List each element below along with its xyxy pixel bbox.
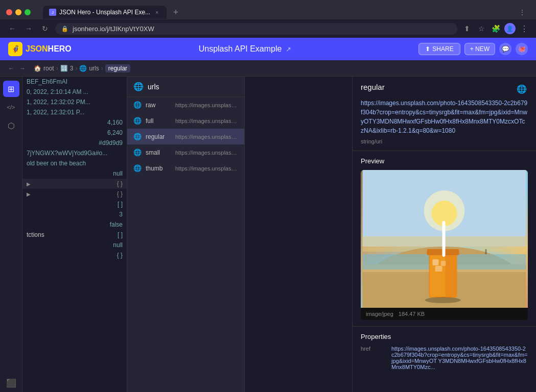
tree-row[interactable]: ▶ { }: [22, 179, 127, 189]
item-value-thumb: https://images.unsplash.com/...: [175, 165, 238, 172]
bookmark-icon[interactable]: ☆: [476, 23, 487, 34]
tree-value: 1, 2022, 12:32:01 P...: [27, 109, 84, 116]
traffic-lights: [6, 9, 31, 15]
item-value-small: https://images.unsplash.com/p...: [175, 150, 238, 156]
active-tab[interactable]: J JSON Hero - Unsplash API Exe... ×: [43, 6, 167, 19]
share-browser-icon[interactable]: ⬆: [461, 23, 473, 34]
key-value-section: regular 🌐 https://images.unsplash.com/ph…: [353, 77, 536, 151]
sidebar-network-button[interactable]: ⬡: [3, 117, 19, 134]
tree-row[interactable]: 1, 2022, 12:32:01 P...: [22, 107, 127, 117]
breadcrumb-urls[interactable]: 🌐 urls: [79, 65, 99, 72]
dropdown-item-raw[interactable]: 🌐 raw https://images.unsplash.com/ph...: [127, 97, 244, 113]
svg-rect-9: [430, 253, 446, 297]
tree-row[interactable]: ▶ { }: [22, 189, 127, 199]
profile-icon[interactable]: 👤: [504, 23, 516, 34]
svg-rect-12: [433, 259, 439, 265]
globe-item-icon: 🌐: [133, 133, 142, 140]
tree-value: 0, 2022, 2:10:14 AM ...: [27, 88, 88, 95]
properties-title: Properties: [361, 333, 528, 340]
globe-item-icon: 🌐: [133, 101, 142, 109]
item-key-full: full: [146, 117, 171, 125]
breadcrumb-sep-3: ›: [101, 65, 103, 72]
item-value-regular: https://images.unsplash.com...: [175, 134, 238, 140]
breadcrumb-forward-button[interactable]: →: [17, 63, 28, 74]
urls-label: urls: [89, 65, 99, 72]
dropdown-panel: 🌐 urls 🌐 raw https://images.unsplash.com…: [127, 77, 245, 392]
tree-row[interactable]: old beer on the beach: [22, 158, 127, 168]
grid-icon: ⊞: [8, 84, 14, 94]
breadcrumb-nav: ← →: [6, 63, 28, 74]
breadcrumb-regular[interactable]: regular: [105, 64, 130, 72]
address-bar[interactable]: 🔒 jsonhero.io/j/tJIKnpVtY0XW: [55, 23, 457, 35]
image-size: 184.47 KB: [399, 311, 425, 317]
item-key-raw: raw: [146, 102, 171, 109]
content-area: BEF_Eh6FmAI 0, 2022, 2:10:14 AM ... 1, 2…: [22, 77, 536, 392]
forward-button[interactable]: →: [22, 22, 35, 35]
tab-favicon: J: [49, 9, 56, 16]
network-icon: ⬡: [8, 121, 15, 131]
tree-row[interactable]: #d9d9d9: [22, 138, 127, 148]
new-label: + NEW: [470, 45, 490, 53]
discord-icon[interactable]: 💬: [499, 43, 511, 55]
sidebar-code-button[interactable]: </>: [3, 99, 19, 115]
back-button[interactable]: ←: [6, 22, 18, 35]
dropdown-item-thumb[interactable]: 🌐 thumb https://images.unsplash.com/...: [127, 160, 244, 176]
preview-image-container: image/jpeg 184.47 KB: [361, 170, 528, 320]
header-title: Unsplash API Example ↗: [72, 44, 419, 54]
code-icon: </>: [7, 104, 15, 110]
dropdown-item-small[interactable]: 🌐 small https://images.unsplash.com/p...: [127, 144, 244, 160]
tab-label: JSON Hero - Unsplash API Exe...: [59, 9, 150, 16]
tree-row[interactable]: { }: [22, 250, 127, 260]
tree-row[interactable]: 6,240: [22, 128, 127, 138]
breadcrumb-count[interactable]: 🔢 3: [60, 65, 74, 72]
tree-arrow-icon: ▶: [27, 181, 31, 187]
dropdown-item-regular[interactable]: 🌐 regular https://images.unsplash.com...: [127, 129, 244, 144]
svg-rect-11: [442, 221, 446, 257]
tree-arrow-icon: ▶: [27, 191, 31, 197]
dropdown-item-full[interactable]: 🌐 full https://images.unsplash.com/ph...: [127, 113, 244, 129]
globe-link-icon[interactable]: 🌐: [516, 83, 528, 95]
right-key: regular: [361, 83, 385, 91]
more-options-icon[interactable]: ⋮: [519, 23, 530, 34]
tree-row[interactable]: tctions [ ]: [22, 230, 127, 240]
new-button[interactable]: + NEW: [464, 43, 495, 55]
preview-section: Preview: [353, 151, 536, 326]
properties-section: Properties href https://images.unsplash.…: [353, 327, 536, 379]
tree-row[interactable]: 1, 2022, 12:32:02 PM...: [22, 97, 127, 107]
reload-button[interactable]: ↻: [39, 22, 51, 35]
tree-row[interactable]: 7jYNGWX?wWVjYod9Ga#o...: [22, 148, 127, 158]
tab-bar: J JSON Hero - Unsplash API Exe... × +: [43, 5, 510, 19]
maximize-window-button[interactable]: [25, 9, 31, 15]
extensions-icon[interactable]: 🧩: [490, 23, 501, 34]
tree-row[interactable]: BEF_Eh6FmAI: [22, 77, 127, 87]
minimize-window-button[interactable]: [15, 9, 21, 15]
browser-menu-icon[interactable]: ⋮: [519, 8, 526, 16]
title-bar: J JSON Hero - Unsplash API Exe... × + ⋮: [0, 0, 536, 19]
external-link-icon[interactable]: ↗: [286, 45, 291, 53]
tree-row[interactable]: null: [22, 168, 127, 179]
github-icon[interactable]: 🐙: [516, 43, 528, 55]
regular-label: regular: [108, 65, 127, 72]
globe-breadcrumb-icon: 🌐: [79, 65, 87, 72]
sidebar-terminal-button[interactable]: ⬛: [3, 375, 19, 391]
tree-row[interactable]: 0, 2022, 2:10:14 AM ...: [22, 87, 127, 97]
breadcrumb-bar: ← → 🏠 root › 🔢 3 › 🌐 urls › regular: [0, 60, 536, 77]
tree-row[interactable]: 3: [22, 209, 127, 219]
tab-close-button[interactable]: ×: [153, 9, 160, 16]
tree-row[interactable]: [ ]: [22, 199, 127, 209]
breadcrumb-root[interactable]: 🏠 root: [34, 65, 54, 72]
sidebar-grid-button[interactable]: ⊞: [3, 81, 19, 97]
svg-point-15: [425, 297, 461, 303]
count-icon: 🔢: [60, 65, 68, 72]
tree-row[interactable]: 4,160: [22, 117, 127, 128]
close-window-button[interactable]: [6, 9, 12, 15]
breadcrumb-back-button[interactable]: ←: [6, 63, 16, 74]
tree-row[interactable]: null: [22, 240, 127, 250]
new-tab-button[interactable]: +: [169, 5, 183, 19]
globe-header-icon: 🌐: [133, 82, 144, 91]
tree-row[interactable]: false: [22, 219, 127, 230]
main-layout: ⊞ </> ⬡ ⬛ BEF_Eh6FmAI 0, 2022, 2:10:14 A…: [0, 77, 536, 392]
lock-icon: 🔒: [61, 26, 68, 32]
browser-chrome: J JSON Hero - Unsplash API Exe... × + ⋮ …: [0, 0, 536, 38]
share-button[interactable]: ⬆ SHARE: [418, 43, 460, 55]
